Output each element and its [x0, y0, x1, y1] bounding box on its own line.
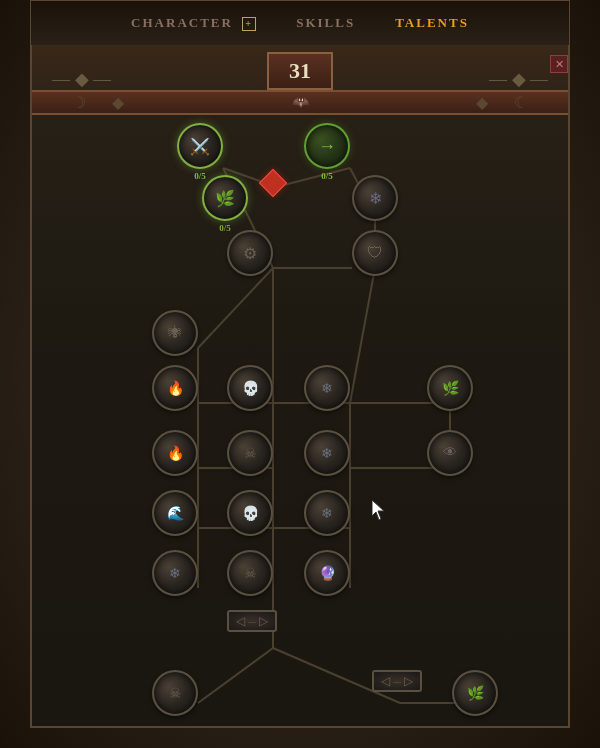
svg-line-9 [350, 268, 375, 403]
node-n18[interactable]: ❄ [304, 490, 350, 536]
node-n2[interactable]: → 0/5 [304, 123, 350, 181]
talent-tree: ⚔️ 0/5 → 0/5 🌿 0/5 ❄ [32, 115, 568, 726]
node-n14-icon: ❄ [321, 445, 333, 462]
node-n17[interactable]: 🌊 [152, 490, 198, 536]
node-n3-circle: 🌿 [202, 175, 248, 221]
node-n19-circle: 🔮 [304, 550, 350, 596]
close-button[interactable]: ✕ [550, 55, 568, 73]
node-n24-right-arrow: ▷ [404, 674, 413, 689]
header-ornament: ☽ ◆ 🦇 ◆ ☾ [32, 90, 568, 115]
node-n8-circle: 🔥 [152, 365, 198, 411]
top-navigation: CHARACTER + SKILLS TALENTS [30, 0, 570, 45]
node-n22-left-arrow: ◁ [236, 614, 245, 629]
node-n16-icon: 💀 [242, 505, 259, 522]
node-n19-icon: 🔮 [319, 565, 336, 582]
center-skull-icon: 🦇 [292, 94, 309, 111]
node-n21[interactable]: ❄ [152, 550, 198, 596]
node-n16[interactable]: 💀 [227, 490, 273, 536]
right-deco-icon: — ◆ — [489, 68, 548, 90]
node-n22-shape: ◁ — ▷ [227, 610, 277, 632]
node-n18-circle: ❄ [304, 490, 350, 536]
node-n14[interactable]: ❄ [304, 430, 350, 476]
node-n11-icon: 🌿 [442, 380, 459, 397]
node-n9-icon: 💀 [242, 380, 259, 397]
node-n15-icon: 👁 [443, 445, 457, 461]
left-skull-icon: ☽ [72, 93, 86, 112]
node-n7[interactable]: 🕷 [152, 310, 198, 356]
node-n21-icon: ❄ [169, 565, 181, 582]
main-panel: ☽ ◆ 🦇 ◆ ☾ — ◆ — 31 Points Available — ◆ … [30, 45, 570, 728]
node-n11-circle: 🌿 [427, 365, 473, 411]
svg-line-7 [198, 268, 273, 348]
node-n22[interactable]: ◁ — ▷ [227, 610, 277, 632]
node-n23-icon: ☠ [169, 685, 182, 702]
node-n13[interactable]: 🔥 [152, 430, 198, 476]
node-n23[interactable]: ☠ [152, 670, 198, 716]
right-skull-icon: ☾ [514, 93, 528, 112]
node-n6-circle: 🛡 [352, 230, 398, 276]
node-n16-circle: 💀 [227, 490, 273, 536]
node-n2-circle: → [304, 123, 350, 169]
node-n13-circle: 🔥 [152, 430, 198, 476]
node-n11[interactable]: 🌿 [427, 365, 473, 411]
points-box: 31 [267, 52, 333, 90]
node-n15[interactable]: 👁 [427, 430, 473, 476]
node-n9-circle: 💀 [227, 365, 273, 411]
node-n24[interactable]: ◁ — ▷ [372, 670, 422, 692]
node-n25-circle: 🌿 [452, 670, 498, 716]
node-n6[interactable]: 🛡 [352, 230, 398, 276]
node-n20[interactable]: ☠ [227, 550, 273, 596]
node-n24-left-arrow: ◁ [381, 674, 390, 689]
node-n12-circle: ☠ [227, 430, 273, 476]
right-diamond-icon: ◆ [476, 93, 488, 112]
node-n20-icon: ☠ [244, 565, 257, 582]
node-n1-circle: ⚔️ [177, 123, 223, 169]
node-n4[interactable]: ❄ [352, 175, 398, 221]
tab-character[interactable]: CHARACTER + [111, 7, 276, 39]
tab-skills[interactable]: SKILLS [276, 7, 375, 39]
node-n24-dash: — [393, 677, 401, 686]
left-deco-icon: — ◆ — [52, 68, 111, 90]
node-n19[interactable]: 🔮 [304, 550, 350, 596]
node-n25[interactable]: 🌿 [452, 670, 498, 716]
node-n9[interactable]: 💀 [227, 365, 273, 411]
character-plus-icon: + [242, 17, 256, 31]
node-n4-icon: ❄ [369, 189, 382, 208]
node-n15-circle: 👁 [427, 430, 473, 476]
node-n12[interactable]: ☠ [227, 430, 273, 476]
node-n18-icon: ❄ [321, 505, 333, 522]
node-n2-icon: → [318, 136, 336, 157]
left-diamond-icon: ◆ [112, 93, 124, 112]
node-n3[interactable]: 🌿 0/5 [202, 175, 248, 233]
connector-lines [32, 115, 568, 726]
node-n8-icon: 🔥 [167, 380, 184, 397]
svg-line-29 [198, 648, 273, 703]
node-n17-circle: 🌊 [152, 490, 198, 536]
node-n2-counter: 0/5 [321, 171, 333, 181]
node-n24-shape: ◁ — ▷ [372, 670, 422, 692]
node-n10[interactable]: ❄ [304, 365, 350, 411]
node-n10-circle: ❄ [304, 365, 350, 411]
node-n3-icon: 🌿 [215, 189, 235, 208]
node-n17-icon: 🌊 [167, 505, 184, 522]
node-n21-circle: ❄ [152, 550, 198, 596]
node-n8[interactable]: 🔥 [152, 365, 198, 411]
node-n22-right-arrow: ▷ [259, 614, 268, 629]
node-n20-circle: ☠ [227, 550, 273, 596]
node-n14-circle: ❄ [304, 430, 350, 476]
node-n6-icon: 🛡 [367, 244, 383, 262]
node-n22-dash: — [248, 617, 256, 626]
node-n10-icon: ❄ [321, 380, 333, 397]
tab-talents[interactable]: TALENTS [375, 7, 489, 39]
node-n1[interactable]: ⚔️ 0/5 [177, 123, 223, 181]
node-n5[interactable]: ⚙ [227, 230, 273, 276]
node-n7-icon: 🕷 [168, 325, 182, 341]
node-n5-icon: ⚙ [243, 244, 257, 263]
node-n4-circle: ❄ [352, 175, 398, 221]
node-n13-icon: 🔥 [167, 445, 184, 462]
node-n25-icon: 🌿 [467, 685, 484, 702]
node-n23-circle: ☠ [152, 670, 198, 716]
node-n7-circle: 🕷 [152, 310, 198, 356]
node-n1-icon: ⚔️ [190, 137, 210, 156]
node-n5-circle: ⚙ [227, 230, 273, 276]
